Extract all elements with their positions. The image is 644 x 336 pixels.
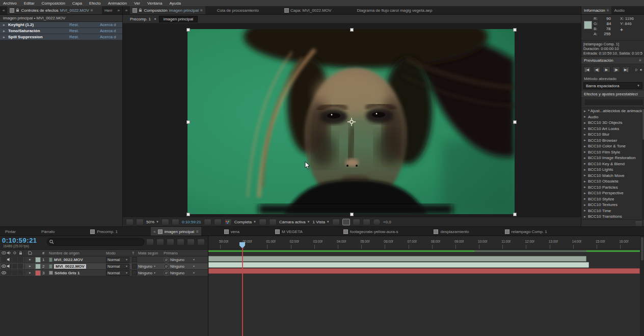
effect-row-keylight[interactable]: ► Keylight (1.2) Rest. Acerca d xyxy=(0,22,122,28)
blend-mode-select[interactable]: Normal▼ xyxy=(106,257,129,263)
layer-color-chip[interactable] xyxy=(35,264,41,269)
transparency-grid-icon[interactable] xyxy=(269,219,277,225)
expander-icon[interactable]: ► xyxy=(583,127,586,130)
draft-3d-icon[interactable] xyxy=(156,239,164,245)
current-time-display[interactable]: 0:10:59:21 xyxy=(2,237,37,244)
viewer-timecode[interactable]: 0:10:59:21 xyxy=(182,220,201,224)
menu-ver[interactable]: Ver xyxy=(134,1,140,6)
reset-link[interactable]: Rest. xyxy=(69,22,100,27)
panel-collapse-icon[interactable]: « xyxy=(123,6,130,14)
anchor-point-icon[interactable] xyxy=(347,118,356,126)
panel-collapse-icon[interactable]: « xyxy=(0,6,7,14)
menu-ayuda[interactable]: Ayuda xyxy=(169,1,181,6)
channels-icon[interactable] xyxy=(224,219,232,225)
audio-toggle[interactable] xyxy=(7,270,12,275)
breadcrumb-current[interactable]: imagen principal xyxy=(159,16,198,22)
selection-handle[interactable] xyxy=(513,120,517,124)
preset-category[interactable]: ►BCC10 Perspective xyxy=(581,190,644,196)
expander-icon[interactable]: ► xyxy=(583,110,586,113)
tab-informacion[interactable]: Información ≡ xyxy=(581,6,611,14)
preset-category[interactable]: ►BCC10 Match Move xyxy=(581,173,644,179)
layer-color-chip[interactable] xyxy=(35,270,41,276)
solo-toggle[interactable] xyxy=(12,270,17,275)
expander-icon[interactable]: ► xyxy=(583,215,586,218)
close-icon[interactable]: × xyxy=(153,229,156,234)
preserve-transparency-toggle[interactable] xyxy=(132,257,137,262)
menu-ventana[interactable]: Ventana xyxy=(147,1,162,6)
fast-preview-icon[interactable] xyxy=(342,219,350,225)
tab-imagen-principal[interactable]: × imagen principal ≡ xyxy=(151,227,201,236)
video-toggle[interactable] xyxy=(1,257,6,262)
trkmat-header[interactable]: Mate según xyxy=(138,251,164,255)
effect-row-tono-saturacion[interactable]: ► Tono/Saturación Rest. Acerca d xyxy=(0,28,122,34)
loop-icon[interactable] xyxy=(635,67,638,72)
composition-viewport[interactable] xyxy=(123,23,581,217)
motion-blur-icon[interactable] xyxy=(187,239,195,245)
expander-icon[interactable]: ► xyxy=(583,157,586,160)
tab-render-queue[interactable]: Cola de procesamiento xyxy=(214,6,261,14)
expander-icon[interactable]: ► xyxy=(583,197,586,200)
expander-icon[interactable]: ► xyxy=(583,174,586,177)
tab-vena[interactable]: vena xyxy=(222,227,242,236)
preset-category[interactable]: ►BCC10 Image Restoration xyxy=(581,155,644,161)
pixel-aspect-icon[interactable] xyxy=(332,219,340,225)
source-name-header[interactable]: Nombre de origen xyxy=(49,251,106,255)
selection-handle[interactable] xyxy=(350,213,354,216)
layer-name[interactable]: MVI_0022.MOV xyxy=(54,264,86,269)
expander-icon[interactable]: ► xyxy=(583,133,586,136)
view-layout-select[interactable]: 1 Vista ▼ xyxy=(313,220,330,224)
preset-category[interactable]: ►BCC10 Browser xyxy=(581,138,644,144)
trkmat-select[interactable]: Ninguno ▼ xyxy=(138,264,164,269)
blend-mode-select[interactable]: Normal▼ xyxy=(106,270,129,276)
frame-blending-icon[interactable] xyxy=(177,239,184,245)
graph-editor-icon[interactable] xyxy=(197,239,205,245)
show-snapshot-icon[interactable] xyxy=(214,219,222,225)
preset-category[interactable]: ►BCC10 Textures xyxy=(581,202,644,208)
resolution-select[interactable]: Completa ▼ xyxy=(234,220,256,224)
video-toggle[interactable] xyxy=(1,264,6,269)
snapshot-icon[interactable] xyxy=(204,219,211,225)
trkmat-select[interactable]: Ninguno ▼ xyxy=(138,271,164,275)
reset-link[interactable]: Rest. xyxy=(69,35,100,39)
pickwhip-icon[interactable]: @ xyxy=(164,264,169,269)
expander-icon[interactable]: ► xyxy=(0,23,8,27)
preserve-transparency-toggle[interactable] xyxy=(132,270,137,275)
preset-category[interactable]: ►BCC10 Particles xyxy=(581,185,644,191)
tab-flowchart[interactable]: Diagrama de flujo carol magig vegeta.aep xyxy=(354,6,435,14)
mode-header[interactable]: Modo xyxy=(106,251,132,255)
expander-icon[interactable]: ► xyxy=(25,258,35,261)
main-viewer-icon[interactable] xyxy=(136,219,144,225)
preset-category[interactable]: ►BCC10 3D Objects xyxy=(581,120,644,126)
audio-toggle[interactable] xyxy=(7,264,12,269)
comp-flowchart-icon[interactable] xyxy=(363,219,370,225)
selection-handle[interactable] xyxy=(186,213,190,216)
timeline-scrollbar[interactable] xyxy=(640,236,644,336)
preview-panel-header[interactable]: Previsualización ≡ xyxy=(581,57,644,64)
solo-toggle[interactable] xyxy=(12,264,17,269)
layer-row-3[interactable]: ► 3 Sólido Gris 1 Normal▼ Ninguno ▼ @ Ni… xyxy=(0,270,208,276)
region-of-interest-icon[interactable] xyxy=(172,219,179,225)
expander-icon[interactable]: ► xyxy=(0,36,8,39)
hide-shy-layers-icon[interactable] xyxy=(167,239,174,245)
preserve-transparency-toggle[interactable] xyxy=(132,264,137,269)
timeline-search[interactable] xyxy=(47,238,144,246)
preset-category[interactable]: ►BCC10 Time xyxy=(581,208,644,214)
time-ruler[interactable]: 59:00f 00:00f 01:00f 02:00f 03:00f 04:00… xyxy=(208,236,640,249)
tab-audio[interactable]: Audio xyxy=(611,6,627,14)
panel-menu-icon[interactable]: ≡ xyxy=(639,57,641,64)
parent-select[interactable]: Ninguno xyxy=(170,257,184,262)
expander-icon[interactable]: ► xyxy=(0,30,8,33)
lock-toggle[interactable] xyxy=(18,264,23,269)
breadcrumb-precomp[interactable]: Precomp. 1 xyxy=(130,17,151,21)
menu-archivo[interactable]: Archivo xyxy=(3,1,17,6)
preset-category[interactable]: ►BCC10 Color & Tone xyxy=(581,143,644,149)
expander-icon[interactable]: ► xyxy=(583,186,586,189)
reset-exposure-icon[interactable] xyxy=(373,219,381,225)
preset-category[interactable]: ►BCC10 Lights xyxy=(581,167,644,173)
magnification-select[interactable]: 50% ▼ xyxy=(146,220,159,224)
target-region-icon[interactable] xyxy=(259,219,266,225)
active-camera-select[interactable]: Cámara activa ▼ xyxy=(279,220,310,224)
panel-menu-icon[interactable]: ≡ xyxy=(91,8,93,13)
menu-animacion[interactable]: Animación xyxy=(108,1,127,6)
next-frame-button[interactable]: |▶ xyxy=(612,66,620,73)
